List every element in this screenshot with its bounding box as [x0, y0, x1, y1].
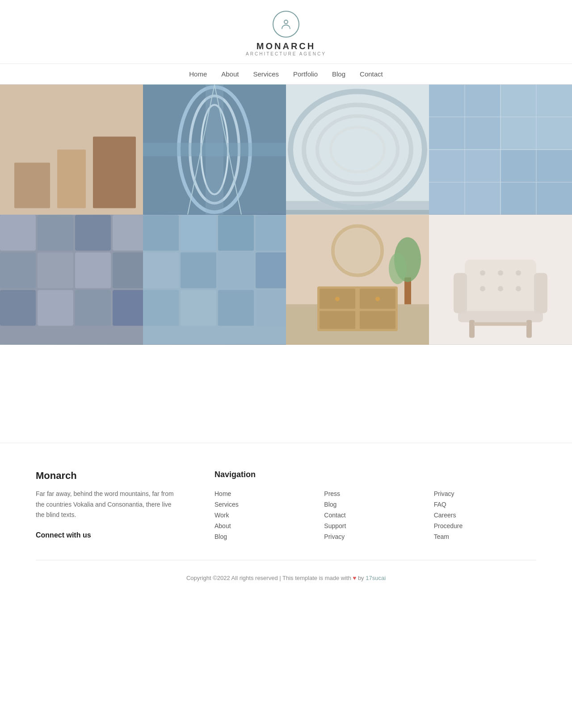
footer-nav-procedure[interactable]: Procedure — [434, 521, 536, 531]
copyright-text: Copyright ©2022 All rights reserved | Th… — [186, 575, 351, 581]
nav-contact[interactable]: Contact — [360, 70, 383, 78]
svg-rect-37 — [38, 215, 73, 250]
footer-nav-columns: Home Services Work About Blog Press Blog… — [214, 488, 536, 542]
svg-point-81 — [498, 286, 503, 291]
footer-nav-team[interactable]: Team — [434, 531, 536, 542]
footer-nav-col3: Privacy FAQ Careers Procedure Team — [434, 488, 536, 542]
svg-point-69 — [375, 296, 380, 301]
svg-rect-43 — [113, 252, 143, 288]
svg-rect-41 — [38, 252, 73, 288]
svg-point-77 — [480, 270, 485, 275]
portfolio-image-5[interactable] — [0, 215, 143, 345]
logo-icon[interactable] — [273, 11, 299, 38]
svg-rect-50 — [181, 215, 216, 250]
svg-point-68 — [335, 296, 340, 301]
svg-rect-40 — [0, 252, 36, 288]
svg-rect-66 — [320, 311, 355, 329]
logo-title: MONARCH — [257, 41, 315, 51]
footer-nav-support[interactable]: Support — [324, 521, 426, 531]
footer-nav-privacy2[interactable]: Privacy — [434, 488, 536, 499]
svg-rect-52 — [256, 215, 286, 250]
svg-rect-85 — [526, 320, 532, 338]
svg-rect-42 — [75, 252, 111, 288]
svg-rect-5 — [114, 138, 136, 210]
svg-rect-87 — [454, 273, 467, 313]
svg-point-0 — [284, 20, 288, 24]
svg-rect-39 — [113, 215, 143, 250]
footer-nav-home[interactable]: Home — [214, 488, 317, 499]
svg-rect-88 — [534, 273, 547, 313]
svg-rect-46 — [75, 290, 111, 326]
by-label: by — [358, 575, 364, 581]
logo-subtitle: ARCHITECTURE AGENCY — [246, 51, 326, 56]
svg-rect-38 — [75, 215, 111, 250]
portfolio-image-3[interactable] — [286, 85, 429, 215]
svg-point-82 — [516, 286, 521, 291]
footer-nav-press[interactable]: Press — [324, 488, 426, 499]
author-link[interactable]: 17sucai — [366, 575, 386, 581]
svg-rect-60 — [256, 290, 286, 326]
person-icon — [280, 18, 292, 30]
svg-rect-36 — [0, 215, 36, 250]
svg-rect-7 — [13, 111, 49, 138]
main-nav: Home About Services Portfolio Blog Conta… — [0, 63, 572, 85]
footer-nav-privacy[interactable]: Privacy — [324, 531, 426, 542]
svg-point-80 — [480, 286, 485, 291]
svg-point-79 — [516, 270, 521, 275]
portfolio-image-6[interactable] — [143, 215, 286, 345]
svg-point-74 — [389, 253, 407, 284]
svg-rect-45 — [38, 290, 73, 326]
footer-connect-label: Connect with us — [36, 531, 197, 539]
nav-about[interactable]: About — [221, 70, 239, 78]
svg-rect-84 — [469, 320, 475, 338]
svg-rect-58 — [181, 290, 216, 326]
svg-rect-1 — [0, 85, 143, 214]
svg-rect-59 — [218, 290, 254, 326]
svg-rect-57 — [143, 290, 179, 326]
footer-nav-heading: Navigation — [214, 470, 536, 479]
footer-brand-name: Monarch — [36, 470, 197, 482]
svg-rect-4 — [76, 156, 107, 210]
site-footer: Monarch Far far away, behind the word mo… — [0, 443, 572, 599]
svg-rect-67 — [360, 311, 395, 329]
nav-blog[interactable]: Blog — [332, 70, 345, 78]
footer-description: Far far away, behind the word mountains,… — [36, 489, 179, 521]
svg-rect-8 — [58, 107, 85, 129]
portfolio-image-8[interactable] — [429, 215, 572, 345]
svg-rect-2 — [9, 165, 36, 210]
svg-rect-49 — [143, 215, 179, 250]
footer-nav-col2: Press Blog Contact Support Privacy — [324, 488, 426, 542]
nav-portfolio[interactable]: Portfolio — [293, 70, 318, 78]
svg-rect-86 — [474, 322, 527, 326]
svg-rect-51 — [218, 215, 254, 250]
footer-nav-services[interactable]: Services — [214, 499, 317, 510]
portfolio-image-4[interactable] — [429, 85, 572, 215]
footer-nav-work[interactable]: Work — [214, 510, 317, 521]
svg-rect-47 — [113, 290, 143, 326]
svg-rect-44 — [0, 290, 36, 326]
footer-nav-col1: Home Services Work About Blog — [214, 488, 317, 542]
footer-nav-faq[interactable]: FAQ — [434, 499, 536, 510]
heart-icon: ♥ — [353, 575, 357, 581]
nav-home[interactable]: Home — [189, 70, 207, 78]
portfolio-image-1[interactable] — [0, 85, 143, 215]
svg-rect-23 — [286, 210, 429, 214]
content-spacer — [0, 345, 572, 443]
site-header: MONARCH ARCHITECTURE AGENCY — [0, 0, 572, 63]
svg-point-71 — [335, 228, 380, 273]
footer-nav-blog2[interactable]: Blog — [324, 499, 426, 510]
portfolio-image-7[interactable] — [286, 215, 429, 345]
svg-rect-55 — [218, 252, 254, 288]
footer-nav-blog[interactable]: Blog — [214, 531, 317, 542]
svg-rect-56 — [256, 252, 286, 288]
svg-rect-6 — [0, 187, 143, 214]
footer-nav-about[interactable]: About — [214, 521, 317, 531]
svg-rect-14 — [143, 143, 286, 156]
footer-nav-contact[interactable]: Contact — [324, 510, 426, 521]
svg-point-78 — [498, 270, 503, 275]
footer-brand: Monarch Far far away, behind the word mo… — [36, 470, 197, 542]
footer-nav-careers[interactable]: Careers — [434, 510, 536, 521]
portfolio-image-2[interactable] — [143, 85, 286, 215]
nav-services[interactable]: Services — [253, 70, 279, 78]
footer-bottom: Copyright ©2022 All rights reserved | Th… — [36, 560, 536, 581]
